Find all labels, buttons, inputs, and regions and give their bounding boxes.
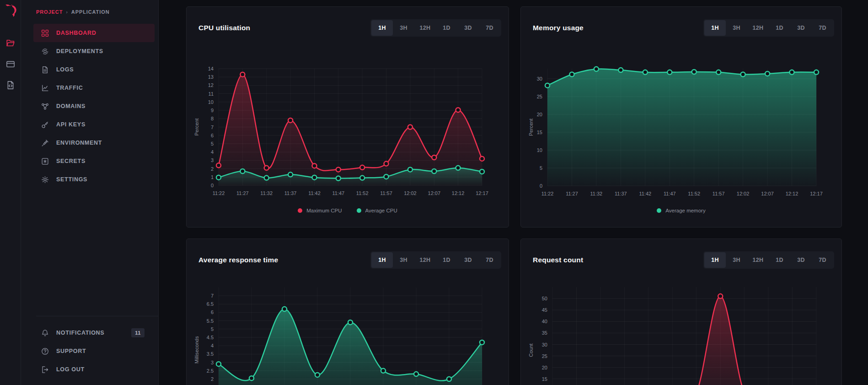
code-file-icon[interactable] xyxy=(6,81,15,90)
svg-text:11:52: 11:52 xyxy=(356,190,369,196)
key-icon xyxy=(41,121,49,129)
time-range-group: 1H3H12H1D3D7D xyxy=(370,19,501,37)
svg-text:13: 13 xyxy=(208,74,214,80)
svg-text:25: 25 xyxy=(542,353,547,359)
breadcrumb-application[interactable]: APPLICATION xyxy=(71,9,110,15)
sidebar-item-secrets[interactable]: SECRETS xyxy=(33,152,155,170)
help-circle-icon xyxy=(41,347,49,355)
time-range-group: 1H3H12H1D3D7D xyxy=(370,251,501,269)
sidebar-item-domains[interactable]: DOMAINS xyxy=(33,97,155,115)
sidebar-item-label: SUPPORT xyxy=(56,348,86,354)
svg-text:Count: Count xyxy=(528,343,534,357)
sidebar-item-api-keys[interactable]: API KEYS xyxy=(33,115,155,134)
time-range-button-3h[interactable]: 3H xyxy=(726,20,747,36)
legend-label: Average memory xyxy=(665,208,705,213)
legend-label: Average CPU xyxy=(365,208,397,213)
request-count-chart[interactable]: 1520253035404550Count xyxy=(521,281,841,385)
sidebar-item-deployments[interactable]: DEPLOYMENTS xyxy=(33,42,155,60)
memory-usage-chart[interactable]: 05101520253011:2211:2711:3211:3711:4211:… xyxy=(521,49,841,200)
time-range-button-1h[interactable]: 1H xyxy=(704,20,726,36)
time-range-button-3d[interactable]: 3D xyxy=(457,252,479,268)
time-range-button-3h[interactable]: 3H xyxy=(393,252,414,268)
time-range-button-7d[interactable]: 7D xyxy=(479,20,500,36)
time-range-button-1d[interactable]: 1D xyxy=(436,20,457,36)
card-header: CPU utilisation 1H3H12H1D3D7D xyxy=(187,7,509,49)
time-range-button-3h[interactable]: 3H xyxy=(726,252,747,268)
svg-text:12:02: 12:02 xyxy=(404,190,417,196)
sidebar-item-logs[interactable]: LOGS xyxy=(33,60,155,79)
time-range-button-1h[interactable]: 1H xyxy=(704,252,726,268)
time-range-button-12h[interactable]: 12H xyxy=(414,252,436,268)
svg-text:11:27: 11:27 xyxy=(236,190,249,196)
card-header: Memory usage 1H3H12H1D3D7D xyxy=(521,7,841,49)
time-range-button-1d[interactable]: 1D xyxy=(436,252,457,268)
svg-text:12:17: 12:17 xyxy=(810,191,823,196)
svg-text:11:37: 11:37 xyxy=(615,191,627,196)
time-range-button-3d[interactable]: 3D xyxy=(790,20,812,36)
time-range-button-1d[interactable]: 1D xyxy=(769,20,790,36)
time-range-button-1h[interactable]: 1H xyxy=(371,20,393,36)
sidebar-item-label: API KEYS xyxy=(56,121,86,128)
projects-folder-icon[interactable] xyxy=(6,38,15,48)
time-range-button-3d[interactable]: 3D xyxy=(457,20,479,36)
main-content: CPU utilisation 1H3H12H1D3D7D 0123456789… xyxy=(159,0,868,385)
legend-label: Maximum CPU xyxy=(306,208,342,213)
sidebar-item-log-out[interactable]: LOG OUT xyxy=(33,360,155,379)
time-range-button-3h[interactable]: 3H xyxy=(393,20,414,36)
svg-text:2: 2 xyxy=(211,376,214,382)
sidebar-item-settings[interactable]: SETTINGS xyxy=(33,170,155,189)
legend-item-maximum-cpu[interactable]: Maximum CPU xyxy=(298,208,342,213)
billing-card-icon[interactable] xyxy=(6,60,15,69)
svg-text:20: 20 xyxy=(537,112,542,117)
breadcrumb-project[interactable]: PROJECT xyxy=(36,9,63,15)
sidebar-item-dashboard[interactable]: DASHBOARD xyxy=(33,24,155,42)
chart-legend: Maximum CPU Average CPU xyxy=(187,208,509,213)
time-range-group: 1H3H12H1D3D7D xyxy=(703,251,834,269)
card-header: Request count 1H3H12H1D3D7D xyxy=(521,239,841,281)
svg-text:40: 40 xyxy=(542,319,547,324)
svg-text:20: 20 xyxy=(542,365,547,370)
time-range-button-7d[interactable]: 7D xyxy=(479,252,500,268)
legend-dot-teal xyxy=(357,208,361,213)
dashboard-grid-icon xyxy=(41,29,49,37)
traffic-chart-icon xyxy=(41,84,49,92)
sidebar-item-label: ENVIRONMENT xyxy=(56,140,102,146)
time-range-button-12h[interactable]: 12H xyxy=(414,20,436,36)
sidebar-item-traffic[interactable]: TRAFFIC xyxy=(33,79,155,97)
sidebar-nav: DASHBOARD DEPLOYMENTS LOGS TRAFFIC xyxy=(21,24,158,189)
svg-text:50: 50 xyxy=(542,296,547,301)
sidebar-item-support[interactable]: SUPPORT xyxy=(33,342,155,360)
time-range-button-12h[interactable]: 12H xyxy=(747,20,769,36)
secrets-box-icon xyxy=(41,157,49,165)
svg-text:4: 4 xyxy=(211,149,214,155)
breadcrumb[interactable]: PROJECT›APPLICATION xyxy=(36,9,109,15)
time-range-button-7d[interactable]: 7D xyxy=(812,20,833,36)
card-header: Average response time 1H3H12H1D3D7D xyxy=(187,239,509,281)
legend-item-average-memory[interactable]: Average memory xyxy=(657,208,705,213)
cpu-utilisation-chart[interactable]: 0123456789101112131411:2211:2711:3211:37… xyxy=(187,49,509,200)
time-range-button-12h[interactable]: 12H xyxy=(747,252,769,268)
time-range-button-7d[interactable]: 7D xyxy=(812,252,833,268)
nest-logo[interactable] xyxy=(3,3,18,18)
time-range-button-1d[interactable]: 1D xyxy=(769,252,790,268)
svg-text:11:37: 11:37 xyxy=(284,190,297,196)
svg-text:5: 5 xyxy=(540,165,542,171)
time-range-button-1h[interactable]: 1H xyxy=(371,252,393,268)
svg-text:12:02: 12:02 xyxy=(737,191,750,196)
time-range-button-3d[interactable]: 3D xyxy=(790,252,812,268)
sidebar-item-label: DASHBOARD xyxy=(56,30,96,36)
svg-text:3.5: 3.5 xyxy=(207,351,214,357)
sidebar: PROJECT›APPLICATION DASHBOARD DEPLOYMENT… xyxy=(21,0,159,385)
svg-text:14: 14 xyxy=(208,66,214,71)
domains-network-icon xyxy=(41,103,49,110)
chart-legend: Average memory xyxy=(521,208,841,213)
legend-item-average-cpu[interactable]: Average CPU xyxy=(357,208,397,213)
svg-text:11:27: 11:27 xyxy=(566,191,578,196)
sidebar-item-notifications[interactable]: NOTIFICATIONS 11 xyxy=(33,324,155,342)
logs-file-icon xyxy=(41,66,49,74)
svg-text:12:12: 12:12 xyxy=(452,190,465,196)
sidebar-item-environment[interactable]: ENVIRONMENT xyxy=(33,134,155,152)
bell-icon xyxy=(41,329,49,337)
average-response-time-chart[interactable]: 22.533.544.555.566.57Milliseconds xyxy=(187,281,509,385)
app-window: PROJECT›APPLICATION DASHBOARD DEPLOYMENT… xyxy=(0,0,868,385)
